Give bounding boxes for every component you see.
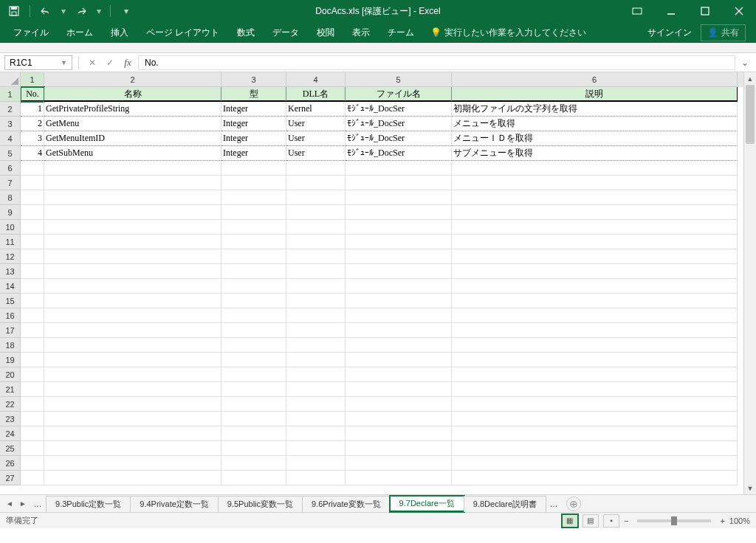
table-cell[interactable] xyxy=(44,279,221,294)
table-header-cell[interactable]: 説明 xyxy=(452,87,738,102)
table-cell[interactable] xyxy=(221,367,286,382)
table-cell[interactable] xyxy=(21,279,44,294)
row-header[interactable]: 17 xyxy=(0,323,21,338)
table-cell[interactable] xyxy=(286,220,346,235)
zoom-in-icon[interactable]: + xyxy=(720,516,724,525)
formula-input[interactable]: No. xyxy=(138,55,735,70)
enter-icon[interactable]: ✓ xyxy=(103,55,117,70)
table-cell[interactable] xyxy=(346,279,452,294)
table-header-cell[interactable]: 名称 xyxy=(44,87,221,102)
table-cell[interactable] xyxy=(21,205,44,220)
sheet-tab[interactable]: 9.7Declare一覧 xyxy=(390,496,464,512)
table-cell[interactable] xyxy=(452,176,738,190)
table-cell[interactable] xyxy=(21,323,44,338)
row-header[interactable]: 21 xyxy=(0,382,21,397)
table-cell[interactable] xyxy=(221,190,286,205)
signin-link[interactable]: サインイン xyxy=(647,27,692,39)
table-cell[interactable] xyxy=(452,382,738,397)
expand-formula-icon[interactable]: ⌄ xyxy=(738,58,752,68)
table-cell[interactable] xyxy=(346,176,452,190)
table-cell[interactable] xyxy=(44,471,221,485)
table-cell[interactable] xyxy=(452,441,738,456)
table-cell[interactable] xyxy=(44,323,221,338)
row-header[interactable]: 24 xyxy=(0,426,21,441)
table-cell[interactable] xyxy=(452,471,738,485)
table-cell[interactable] xyxy=(346,190,452,205)
table-cell[interactable] xyxy=(221,471,286,485)
table-cell[interactable] xyxy=(21,338,44,353)
table-cell[interactable] xyxy=(452,338,738,353)
table-cell[interactable] xyxy=(221,441,286,456)
table-cell[interactable] xyxy=(221,220,286,235)
table-cell[interactable] xyxy=(221,279,286,294)
table-cell[interactable] xyxy=(44,441,221,456)
table-cell[interactable]: ﾓｼﾞｭｰﾙ_DocSer xyxy=(346,131,452,146)
close-icon[interactable] xyxy=(722,0,756,22)
table-cell[interactable] xyxy=(346,338,452,353)
table-cell[interactable]: ﾓｼﾞｭｰﾙ_DocSer xyxy=(346,102,452,117)
tab-view[interactable]: 表示 xyxy=(343,22,379,43)
row-header[interactable]: 1 xyxy=(0,87,21,102)
row-header[interactable]: 27 xyxy=(0,471,21,485)
table-cell[interactable] xyxy=(21,190,44,205)
row-header[interactable]: 19 xyxy=(0,353,21,367)
table-cell[interactable] xyxy=(452,161,738,176)
row-header[interactable]: 26 xyxy=(0,456,21,471)
qat-customize-icon[interactable]: ▾ xyxy=(118,3,134,19)
tab-team[interactable]: チーム xyxy=(379,22,423,43)
table-cell[interactable] xyxy=(44,205,221,220)
table-cell[interactable] xyxy=(44,264,221,279)
table-cell[interactable] xyxy=(452,205,738,220)
table-cell[interactable] xyxy=(286,249,346,264)
cancel-icon[interactable]: ✕ xyxy=(85,55,100,70)
table-cell[interactable] xyxy=(21,249,44,264)
tab-insert[interactable]: 挿入 xyxy=(102,22,137,43)
row-header[interactable]: 8 xyxy=(0,190,21,205)
table-cell[interactable]: Integer xyxy=(221,146,286,161)
table-cell[interactable]: GetPrivateProfileString xyxy=(44,102,221,117)
table-cell[interactable] xyxy=(44,412,221,426)
row-header[interactable]: 23 xyxy=(0,412,21,426)
table-cell[interactable] xyxy=(452,264,738,279)
table-cell[interactable] xyxy=(286,412,346,426)
tab-nav-next-icon[interactable]: ► xyxy=(16,497,30,511)
name-box[interactable]: R1C1 ▼ xyxy=(4,55,72,70)
table-cell[interactable] xyxy=(286,426,346,441)
table-cell[interactable] xyxy=(346,294,452,308)
row-header[interactable]: 6 xyxy=(0,161,21,176)
row-header[interactable]: 14 xyxy=(0,279,21,294)
table-cell[interactable] xyxy=(21,353,44,367)
table-cell[interactable] xyxy=(346,412,452,426)
table-cell[interactable] xyxy=(21,471,44,485)
table-cell[interactable] xyxy=(21,456,44,471)
table-cell[interactable] xyxy=(286,190,346,205)
table-cell[interactable] xyxy=(44,426,221,441)
table-cell[interactable] xyxy=(346,471,452,485)
table-cell[interactable]: メニューを取得 xyxy=(452,117,738,131)
table-cell[interactable] xyxy=(44,382,221,397)
tab-pagelayout[interactable]: ページ レイアウト xyxy=(137,22,228,43)
table-cell[interactable]: Integer xyxy=(221,131,286,146)
row-header[interactable]: 4 xyxy=(0,131,21,146)
table-cell[interactable] xyxy=(346,161,452,176)
table-cell[interactable] xyxy=(221,338,286,353)
tell-me[interactable]: 💡 実行したい作業を入力してください xyxy=(423,27,594,39)
select-all-corner[interactable] xyxy=(0,72,21,87)
table-cell[interactable] xyxy=(21,161,44,176)
table-cell[interactable] xyxy=(346,323,452,338)
table-cell[interactable] xyxy=(44,294,221,308)
table-cell[interactable] xyxy=(452,308,738,323)
table-cell[interactable] xyxy=(221,161,286,176)
table-cell[interactable]: 2 xyxy=(21,117,44,131)
table-cell[interactable] xyxy=(346,220,452,235)
cells[interactable]: No.名称型DLL名ファイル名説明1GetPrivateProfileStrin… xyxy=(21,87,743,494)
row-header[interactable]: 12 xyxy=(0,249,21,264)
table-cell[interactable] xyxy=(221,456,286,471)
table-cell[interactable] xyxy=(44,367,221,382)
tab-file[interactable]: ファイル xyxy=(4,22,58,43)
sheet-tab[interactable]: 9.4Private定数一覧 xyxy=(130,496,219,512)
table-cell[interactable] xyxy=(221,176,286,190)
table-cell[interactable]: GetMenu xyxy=(44,117,221,131)
table-cell[interactable]: User xyxy=(286,131,346,146)
table-header-cell[interactable]: 型 xyxy=(221,87,286,102)
